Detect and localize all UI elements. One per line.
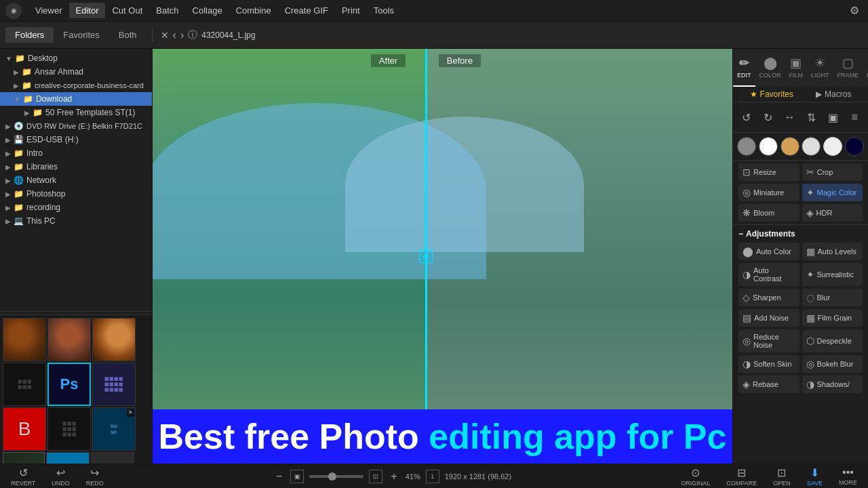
filter-white[interactable] (759, 137, 778, 156)
tab-light[interactable]: ☀ LIGHT (807, 49, 833, 87)
thumbnail-item-blog[interactable]: B (3, 407, 46, 451)
tab-edit[interactable]: ✏ EDIT (733, 49, 755, 87)
miniature-button[interactable]: ◎ Miniature (738, 184, 800, 201)
prev-nav-button[interactable]: ‹ (173, 29, 176, 41)
auto-contrast-button[interactable]: ◑ Auto Contrast (738, 263, 800, 286)
zoom-slider[interactable] (309, 475, 363, 478)
filter-gray[interactable] (737, 137, 756, 156)
crop-button[interactable]: ✂ Crop (802, 163, 863, 181)
filter-dark[interactable] (845, 137, 864, 156)
zoom-plus-button[interactable]: + (388, 469, 399, 484)
tree-item-ansar[interactable]: ▶ 📁 Ansar Ahmad (0, 65, 152, 79)
thumbnail-item[interactable]: ▦▦▦▦▦▦▦▦▦▦▦▦ (92, 363, 136, 406)
hdr-button[interactable]: ◈ HDR (802, 204, 863, 222)
grid-button[interactable]: ▣ (823, 108, 842, 127)
tab-frame[interactable]: ▢ FRAME (833, 49, 863, 87)
sharpen-button[interactable]: ◇ Sharpen (738, 289, 800, 306)
menu-print[interactable]: Print (335, 3, 367, 18)
tree-item-download[interactable]: ▼ 📁 Download (0, 92, 152, 106)
original-button[interactable]: ⊙ ORIGINAL (675, 465, 715, 488)
info-nav-button[interactable]: ⓘ (188, 29, 197, 41)
bokeh-blur-button[interactable]: ◎ Bokeh Blur (802, 355, 863, 373)
redo-button[interactable]: ↪ REDO (81, 465, 109, 488)
despeckle-button[interactable]: ⬡ Despeckle (802, 329, 863, 352)
tab-color[interactable]: ⬤ COLOR (755, 49, 785, 87)
menu-combine[interactable]: Combine (229, 3, 278, 18)
thumbnail-item-brush[interactable]: 🖌 (91, 452, 134, 464)
add-noise-button[interactable]: ▤ Add Noise (738, 309, 800, 327)
macros-button[interactable]: ▶ Macros (816, 89, 851, 99)
lines-button[interactable]: ≡ (845, 108, 864, 127)
blur-button[interactable]: ◌ Blur (802, 289, 863, 306)
menu-editor[interactable]: Editor (69, 3, 106, 18)
tree-item-intro[interactable]: ▶ 📁 Intro (0, 146, 152, 160)
thumbnail-item[interactable]: ▦▦▦▦▦▦ (3, 363, 46, 406)
revert-button[interactable]: ↺ REVERT (5, 465, 41, 488)
auto-color-button[interactable]: ⬤ Auto Color (738, 243, 800, 260)
split-handle[interactable]: ⇔ (419, 249, 433, 263)
thumbnail-item[interactable] (92, 318, 136, 361)
tree-item-dvd[interactable]: ▶ 💿 DVD RW Drive (E:) Belkin F7D21C (0, 119, 152, 133)
zoom-full-button[interactable]: ⊡ (369, 470, 382, 483)
filter-light[interactable] (802, 137, 821, 156)
zoom-fit-button[interactable]: ▣ (290, 470, 304, 483)
menu-cutout[interactable]: Cut Out (105, 3, 149, 18)
menu-viewer[interactable]: Viewer (28, 3, 69, 18)
tree-item-photoshop[interactable]: ▶ 📁 Photoshop (0, 187, 152, 201)
rebase-button[interactable]: ◈ Rebase (738, 375, 800, 393)
reduce-noise-button[interactable]: ◎ Reduce Noise (738, 329, 800, 352)
zoom-minus-button[interactable]: − (273, 469, 285, 484)
thumbnail-item[interactable] (47, 318, 91, 361)
rotate-left-button[interactable]: ↺ (737, 108, 756, 127)
soften-skin-button[interactable]: ◑ Soften Skin (738, 355, 800, 373)
thumbnail-item[interactable]: bizad ✕ (92, 407, 136, 451)
thumbnail-item[interactable]: ▦▦▦▦▦▦▦▦▦ (47, 407, 91, 451)
tab-insert[interactable]: ⊞ INSERT (863, 49, 868, 87)
thumbnail-item[interactable] (3, 318, 46, 361)
adjustments-title[interactable]: − Adjustments (738, 229, 863, 239)
tab-film[interactable]: ▣ FILM (785, 49, 808, 87)
shadows-button[interactable]: ◑ Shadows/ (802, 375, 863, 393)
tree-item-creative[interactable]: ▶ 📁 creative-corporate-business-card (0, 79, 152, 92)
more-button[interactable]: ••• MORE (833, 465, 863, 487)
flip-v-button[interactable]: ⇅ (802, 108, 821, 127)
surrealistic-button[interactable]: ✦ Surrealistic (802, 263, 863, 286)
resize-button[interactable]: ⊡ Resize (738, 163, 800, 181)
menu-tools[interactable]: Tools (367, 3, 401, 18)
next-nav-button[interactable]: › (180, 29, 184, 41)
tree-item-thispc[interactable]: ▶ 💻 This PC (0, 214, 152, 228)
menu-batch[interactable]: Batch (149, 3, 185, 18)
auto-levels-button[interactable]: ▦ Auto Levels (802, 243, 863, 260)
bloom-button[interactable]: ❋ Bloom (738, 204, 800, 222)
thumbnail-close-button[interactable]: ✕ (127, 409, 134, 417)
compare-button[interactable]: ⊟ COMPARE (721, 465, 762, 488)
tree-item-libraries[interactable]: ▶ 📁 Libraries (0, 160, 152, 174)
tab-both[interactable]: Both (109, 27, 146, 43)
tab-favorites[interactable]: Favorites (54, 27, 108, 43)
open-button[interactable]: ⊡ OPEN (768, 465, 796, 488)
thumbnail-item-wp[interactable]: W (46, 452, 90, 464)
menu-creategif[interactable]: Create GIF (278, 3, 335, 18)
close-nav-button[interactable]: ✕ (161, 30, 169, 41)
filter-warm[interactable] (781, 137, 800, 156)
frame-tab-icon: ▢ (842, 56, 854, 70)
flip-h-button[interactable]: ↔ (781, 108, 800, 127)
favorites-button[interactable]: ★ Favorites (750, 89, 793, 99)
magic-color-button[interactable]: ✦ Magic Color (802, 184, 863, 201)
tree-item-50free[interactable]: ▶ 📁 50 Free Templates ST(1) (0, 106, 152, 119)
menu-collage[interactable]: Collage (186, 3, 229, 18)
filter-pale[interactable] (823, 137, 842, 156)
split-divider[interactable]: ⇔ (425, 49, 427, 464)
tree-item-esd[interactable]: ▶ 💾 ESD-USB (H:) (0, 133, 152, 146)
tab-folders[interactable]: Folders (5, 27, 54, 43)
save-button[interactable]: ⬇ SAVE (802, 465, 828, 488)
rotate-right-button[interactable]: ↻ (759, 108, 778, 127)
thumbnail-item[interactable]: preview (3, 452, 45, 464)
undo-button[interactable]: ↩ UNDO (46, 465, 75, 488)
tree-item-recording[interactable]: ▶ 📁 recording (0, 201, 152, 214)
film-grain-button[interactable]: ▦ Film Grain (802, 309, 863, 327)
tree-item-network[interactable]: ▶ 🌐 Network (0, 174, 152, 187)
tree-item-desktop[interactable]: ▼ 📁 Desktop (0, 52, 152, 65)
thumbnail-item-ps[interactable]: Ps (47, 363, 91, 406)
settings-icon[interactable]: ⚙ (846, 3, 863, 19)
